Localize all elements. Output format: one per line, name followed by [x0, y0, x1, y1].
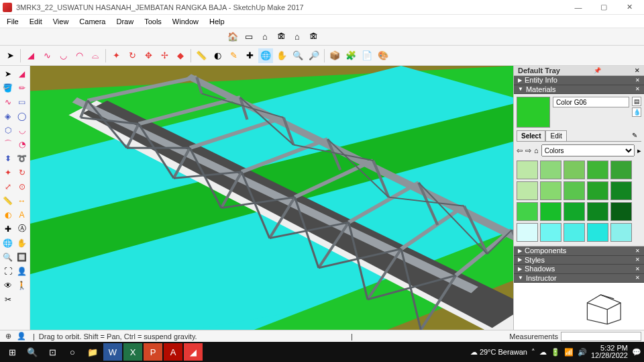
- clock[interactable]: 5:32 PM 12/28/2022: [591, 345, 628, 359]
- position-camera-icon[interactable]: 👤: [15, 265, 28, 277]
- geolocation-icon[interactable]: ⊕: [5, 332, 11, 341]
- text-icon[interactable]: ✎: [226, 48, 241, 63]
- entity-info-header[interactable]: ▶ Entity Info ✕: [514, 76, 644, 85]
- move-icon[interactable]: ✦: [109, 48, 123, 63]
- credits-icon[interactable]: 👤: [17, 332, 26, 341]
- color-swatch[interactable]: [587, 161, 608, 179]
- paint-icon[interactable]: 🎨: [376, 48, 390, 63]
- arc2-icon[interactable]: ◠: [72, 48, 87, 63]
- rotated-rect-icon[interactable]: ◈: [1, 109, 14, 122]
- look-around-icon[interactable]: 👁: [1, 279, 14, 291]
- arc2-tool-icon[interactable]: ⌒: [1, 138, 14, 150]
- color-swatch[interactable]: [564, 161, 585, 179]
- text-tool-icon[interactable]: A: [15, 208, 28, 221]
- tape-icon[interactable]: 📏: [194, 48, 209, 63]
- cortana-icon[interactable]: ○: [63, 343, 82, 361]
- offset-tool-icon[interactable]: ⊙: [15, 180, 28, 193]
- 3dtext-icon[interactable]: Ⓐ: [15, 222, 28, 235]
- orbit-tool-icon[interactable]: 🌐: [1, 236, 14, 249]
- menu-draw[interactable]: Draw: [111, 16, 139, 27]
- tray-close-icon[interactable]: ✕: [635, 67, 640, 74]
- color-swatch[interactable]: [540, 161, 561, 179]
- styles-header[interactable]: ▶ Styles ✕: [514, 256, 644, 265]
- arc-tool-icon[interactable]: ◡: [15, 124, 28, 136]
- rectangle-tool-icon[interactable]: ▭: [15, 95, 28, 108]
- color-swatch[interactable]: [610, 161, 632, 179]
- color-swatch[interactable]: [610, 202, 632, 221]
- color-swatch[interactable]: [517, 202, 538, 221]
- tray-pin-icon[interactable]: 📌: [594, 67, 601, 74]
- rotate-icon[interactable]: ↻: [125, 48, 140, 63]
- panel-close-icon[interactable]: ✕: [635, 77, 640, 83]
- zoom-tool-icon[interactable]: 🔍: [1, 251, 14, 263]
- color-swatch[interactable]: [587, 181, 608, 200]
- acrobat-icon[interactable]: A: [164, 343, 182, 361]
- explorer-icon[interactable]: 📁: [83, 343, 102, 361]
- tray-chevron-icon[interactable]: ˄: [531, 348, 535, 357]
- create-material-icon[interactable]: ▤: [632, 97, 641, 106]
- select-icon[interactable]: ➤: [3, 48, 17, 63]
- scale-icon[interactable]: ✥: [141, 48, 156, 63]
- iso-view-icon[interactable]: 🏠: [225, 30, 240, 44]
- battery-icon[interactable]: 🔋: [551, 348, 560, 357]
- onedrive-icon[interactable]: ☁: [539, 348, 547, 357]
- color-swatch[interactable]: [587, 223, 608, 242]
- weather-widget[interactable]: ☁ 29°C Berawan: [470, 348, 527, 357]
- zoom-extents-tool-icon[interactable]: ⛶: [1, 265, 14, 277]
- sketchup-taskbar-icon[interactable]: ◢: [184, 343, 203, 361]
- zoom-icon[interactable]: 🔍: [290, 48, 305, 63]
- protractor-tool-icon[interactable]: ◐: [1, 208, 14, 221]
- color-swatch[interactable]: [564, 223, 585, 242]
- orbit-icon[interactable]: 🌐: [258, 48, 273, 63]
- color-swatch[interactable]: [540, 181, 561, 200]
- menu-window[interactable]: Window: [167, 16, 204, 27]
- layout-icon[interactable]: 📄: [360, 48, 374, 63]
- measurements-input[interactable]: [561, 332, 641, 341]
- select-tool-icon[interactable]: ➤: [1, 67, 14, 80]
- excel-icon[interactable]: X: [123, 343, 142, 361]
- home-icon[interactable]: ⌂: [534, 146, 539, 154]
- offset-icon[interactable]: ✢: [157, 48, 172, 63]
- material-preview-swatch[interactable]: [517, 97, 550, 128]
- zoom-extents-icon[interactable]: 🔎: [307, 48, 321, 63]
- material-name-input[interactable]: [553, 97, 629, 107]
- menu-file[interactable]: File: [1, 16, 24, 27]
- walk-icon[interactable]: 🚶: [15, 279, 28, 291]
- eyedropper-icon[interactable]: ✎: [628, 130, 641, 141]
- viewport[interactable]: [30, 66, 513, 330]
- task-view-icon[interactable]: ⊡: [43, 343, 62, 361]
- start-button[interactable]: ⊞: [3, 343, 21, 361]
- maximize-button[interactable]: ▢: [592, 1, 616, 13]
- color-swatch[interactable]: [564, 202, 585, 221]
- color-swatch[interactable]: [540, 223, 561, 242]
- section-icon[interactable]: ✂: [1, 293, 14, 306]
- close-button[interactable]: ✕: [617, 1, 641, 13]
- materials-header[interactable]: ▼ Materials ✕: [514, 85, 644, 94]
- color-swatch[interactable]: [610, 181, 632, 200]
- menu-view[interactable]: View: [48, 16, 74, 27]
- tape-tool-icon[interactable]: 📏: [1, 194, 14, 207]
- word-icon[interactable]: W: [103, 343, 122, 361]
- tab-edit[interactable]: Edit: [545, 130, 566, 141]
- pushpull-tool-icon[interactable]: ⬍: [1, 152, 14, 165]
- tab-select[interactable]: Select: [517, 130, 545, 141]
- follow-me-icon[interactable]: ➰: [15, 152, 28, 165]
- material-swatch-grid[interactable]: [517, 159, 641, 243]
- sample-material-icon[interactable]: 💧: [632, 107, 641, 117]
- menu-tools[interactable]: Tools: [139, 16, 167, 27]
- eraser-tool-icon[interactable]: ◢: [15, 67, 28, 80]
- axes-icon[interactable]: ✚: [242, 48, 257, 63]
- minimize-button[interactable]: —: [566, 1, 590, 13]
- freehand-tool-icon[interactable]: ∿: [1, 95, 14, 108]
- warehouse-icon[interactable]: 📦: [327, 48, 342, 63]
- extension-icon[interactable]: 🧩: [343, 48, 358, 63]
- pushpull-icon[interactable]: ◆: [173, 48, 188, 63]
- pan-icon[interactable]: ✋: [274, 48, 289, 63]
- pie-tool-icon[interactable]: ◔: [15, 138, 28, 150]
- circle-tool-icon[interactable]: ◯: [15, 109, 28, 122]
- color-swatch[interactable]: [517, 223, 538, 242]
- color-swatch[interactable]: [587, 202, 608, 221]
- menu-edit[interactable]: Edit: [24, 16, 48, 27]
- paint-bucket-icon[interactable]: 🪣: [1, 81, 14, 94]
- move-tool-icon[interactable]: ✦: [1, 166, 14, 179]
